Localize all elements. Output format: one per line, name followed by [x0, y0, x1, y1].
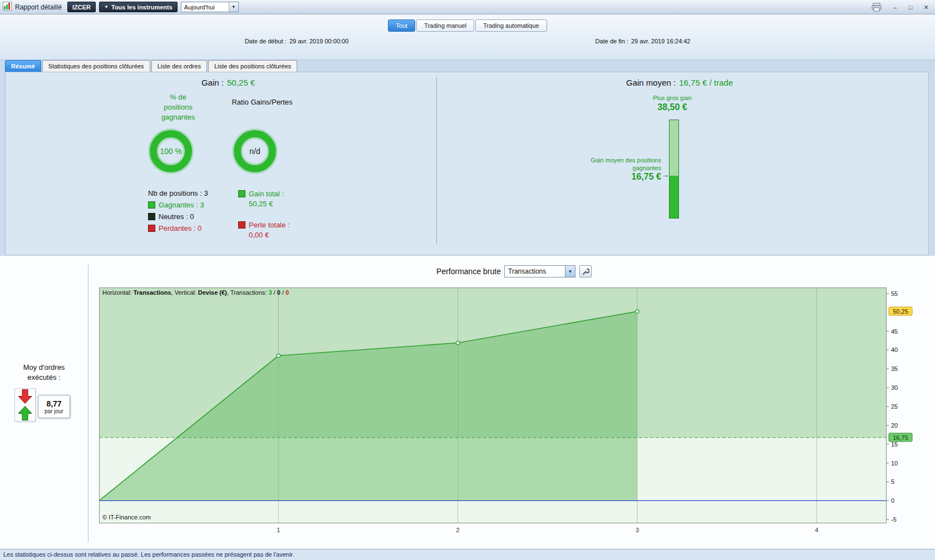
- tab-liste-ordres[interactable]: Liste des ordres: [151, 60, 207, 72]
- ratio-donut: n/d: [234, 130, 276, 172]
- status-bar: Les statistiques ci-dessus sont relative…: [0, 549, 935, 560]
- combo-arrow-icon[interactable]: ▼: [565, 266, 575, 277]
- plus-gros-gain-value: 38,50 €: [617, 102, 728, 112]
- perte-totale-label: Perte totale :: [249, 220, 290, 230]
- svg-text:4: 4: [815, 527, 818, 533]
- red-square-icon: [148, 225, 155, 232]
- avg-win-value: 16,75 €: [529, 172, 661, 182]
- svg-text:20: 20: [891, 422, 898, 429]
- app-icon: [3, 2, 12, 13]
- date-fin-value: 29 avr. 2019 16:24:42: [631, 38, 690, 44]
- pct-positions-title: % de positions gagnantes: [156, 92, 200, 123]
- chart-options-button[interactable]: [579, 265, 592, 277]
- svg-text:0: 0: [891, 497, 894, 504]
- green-square-icon: [148, 201, 155, 209]
- tab-resume[interactable]: Résumé: [5, 60, 41, 72]
- scope-tab-trading-automatique[interactable]: Trading automatique: [475, 19, 547, 32]
- svg-text:15: 15: [891, 441, 898, 448]
- right-arrow-icon: →: [662, 171, 669, 179]
- account-button[interactable]: IZCER: [67, 2, 96, 12]
- report-tabstrip: Résumé Statistiques des positions clôtur…: [5, 60, 297, 72]
- period-select[interactable]: Aujourd'hui ▼: [181, 2, 239, 12]
- svg-text:© IT-Finance.com: © IT-Finance.com: [102, 514, 151, 521]
- account-button-label: IZCER: [72, 4, 91, 11]
- rapport-detaille-window: Rapport détaillé IZCER ▼ Tous les instru…: [0, 0, 935, 560]
- date-debut-value: 29 avr. 2019 00:00:00: [289, 38, 348, 44]
- ratio-value: n/d: [249, 147, 260, 156]
- pct-positions-value: 100 %: [160, 147, 182, 156]
- avg-win-label: Gain moyen des positions gagnantes: [529, 157, 661, 172]
- date-fin: Date de fin :29 avr. 2019 16:24:42: [420, 38, 865, 44]
- gain-range-bar: [669, 120, 679, 219]
- vertical-separator: [88, 265, 88, 542]
- gain-range-bar-lower: [670, 176, 678, 218]
- tab-liste-positions[interactable]: Liste des positions clôturées: [208, 60, 297, 72]
- gain-moyen-label: Gain moyen :: [626, 78, 676, 87]
- orders-average-widget: 8,77 par jour: [14, 387, 72, 424]
- ratio-title: Ratio Gains/Pertes: [232, 97, 293, 107]
- performance-chart: 55454035302520151050-550,2516,751234© IT…: [99, 288, 935, 534]
- gain-value: 50,25 €: [227, 78, 255, 87]
- gain-label: Gain :: [201, 78, 224, 87]
- svg-text:16,75: 16,75: [893, 434, 908, 441]
- svg-text:25: 25: [891, 403, 898, 410]
- perte-totale-block: Perte totale : 0,00 €: [238, 220, 290, 240]
- gain-moyen-line: Gain moyen :16,75 € / trade: [568, 78, 791, 87]
- red-square-icon: [238, 221, 245, 229]
- gain-moyen-value: 16,75 € / trade: [679, 78, 733, 87]
- scope-tabs: Tout Trading manuel Trading automatique: [0, 19, 935, 32]
- svg-text:10: 10: [891, 460, 898, 467]
- chevron-down-icon: ▼: [104, 4, 109, 9]
- legend-perdantes: Perdantes : 0: [148, 224, 208, 232]
- performance-section: Moy d'ordres exécutés : 8,77 par jour Pe…: [0, 256, 935, 549]
- close-button[interactable]: ×: [920, 2, 932, 12]
- scope-tab-tout[interactable]: Tout: [388, 19, 415, 32]
- orders-average-value: 8,77: [46, 399, 61, 408]
- instruments-button[interactable]: ▼ Tous les instruments: [99, 2, 178, 12]
- svg-text:55: 55: [891, 290, 898, 297]
- svg-text:3: 3: [636, 527, 639, 533]
- svg-text:2: 2: [456, 527, 460, 533]
- orders-average-box: 8,77 par jour: [38, 395, 70, 418]
- titlebar: Rapport détaillé IZCER ▼ Tous les instru…: [0, 0, 935, 14]
- svg-text:-5: -5: [891, 516, 897, 523]
- window-title: Rapport détaillé: [15, 3, 62, 11]
- gain-line: Gain :50,25 €: [145, 78, 312, 87]
- positions-legend: Nb de positions : 3 Gagnantes : 3 Neutre…: [148, 189, 208, 232]
- summary-panel: Gain :50,25 € % de positions gagnantes R…: [5, 72, 929, 255]
- minimize-button[interactable]: –: [889, 2, 901, 12]
- down-arrow-icon: [17, 389, 33, 407]
- instruments-button-label: Tous les instruments: [111, 4, 173, 11]
- maximize-button[interactable]: □: [904, 2, 917, 12]
- svg-text:5: 5: [891, 478, 894, 485]
- summary-divider: [436, 77, 437, 244]
- plus-gros-gain-label: Plus gros gain: [617, 95, 728, 101]
- date-debut-label: Date de début :: [245, 38, 287, 44]
- performance-select-value: Transactions: [505, 267, 565, 275]
- gain-range-bar-upper: [670, 120, 678, 176]
- svg-text:30: 30: [891, 384, 898, 391]
- perte-totale-value: 0,00 €: [249, 230, 290, 240]
- combo-arrow-icon[interactable]: ▼: [229, 2, 238, 12]
- performance-select[interactable]: Transactions ▼: [504, 265, 575, 277]
- print-button[interactable]: [871, 3, 882, 12]
- svg-text:35: 35: [891, 365, 898, 372]
- svg-text:1: 1: [277, 527, 280, 533]
- topbar: Tout Trading manuel Trading automatique …: [0, 14, 935, 60]
- svg-text:40: 40: [891, 346, 898, 353]
- scope-tab-trading-manuel[interactable]: Trading manuel: [416, 19, 474, 32]
- svg-text:50,25: 50,25: [893, 308, 908, 315]
- up-arrow-icon: [17, 405, 33, 423]
- legend-neutres: Neutres : 0: [148, 212, 208, 221]
- dark-square-icon: [148, 213, 155, 220]
- pct-positions-donut: 100 %: [150, 130, 192, 172]
- gain-total-value: 50,25 €: [249, 199, 284, 209]
- date-fin-label: Date de fin :: [596, 38, 628, 44]
- nb-positions: Nb de positions : 3: [148, 189, 208, 197]
- gain-total-block: Gain total : 50,25 €: [238, 189, 284, 209]
- gain-total-label: Gain total :: [249, 189, 284, 199]
- performance-label: Performance brute: [390, 267, 501, 276]
- tab-statistiques[interactable]: Statistiques des positions clôturées: [42, 60, 150, 72]
- printer-icon: [871, 3, 882, 12]
- svg-text:45: 45: [891, 328, 898, 335]
